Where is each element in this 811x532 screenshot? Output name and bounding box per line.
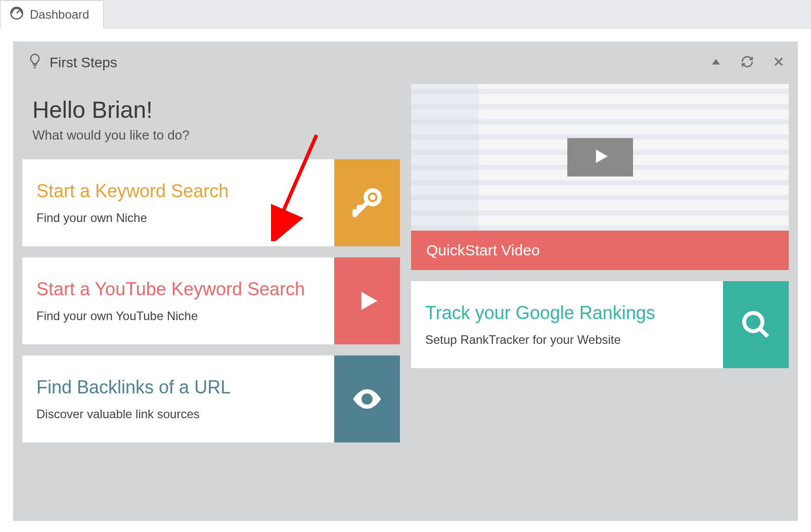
key-icon <box>334 159 400 246</box>
card-rank-tracker[interactable]: Track your Google Rankings Setup RankTra… <box>411 281 789 368</box>
card-sub: Find your own Niche <box>36 211 320 225</box>
svg-point-3 <box>365 396 370 402</box>
lightbulb-icon <box>28 53 41 73</box>
close-icon <box>773 56 785 70</box>
card-sub: Discover valuable link sources <box>36 407 320 421</box>
refresh-button[interactable] <box>733 51 761 75</box>
panel-title-text: First Steps <box>50 55 117 71</box>
video-thumbnail <box>411 84 789 231</box>
card-title: Find Backlinks of a URL <box>36 377 320 398</box>
card-text: Track your Google Rankings Setup RankTra… <box>411 281 723 368</box>
card-title: Start a YouTube Keyword Search <box>36 279 320 300</box>
first-steps-panel: First Steps <box>13 41 798 521</box>
greeting-headline: Hello Brian! <box>32 96 390 123</box>
svg-point-4 <box>744 313 762 331</box>
play-icon <box>334 257 400 344</box>
left-column: Hello Brian! What would you like to do? … <box>22 84 400 510</box>
greeting: Hello Brian! What would you like to do? <box>22 84 400 148</box>
video-label: QuickStart Video <box>411 231 789 270</box>
svg-point-2 <box>370 195 376 200</box>
right-column: QuickStart Video Track your Google Ranki… <box>411 84 789 510</box>
card-youtube-search[interactable]: Start a YouTube Keyword Search Find your… <box>22 257 400 344</box>
card-text: Start a Keyword Search Find your own Nic… <box>22 159 334 246</box>
card-title: Start a Keyword Search <box>36 181 320 202</box>
tab-dashboard[interactable]: Dashboard <box>0 1 104 28</box>
card-backlinks[interactable]: Find Backlinks of a URL Discover valuabl… <box>22 356 400 442</box>
tab-label: Dashboard <box>30 8 89 22</box>
greeting-sub: What would you like to do? <box>32 127 390 143</box>
panel-header: First Steps <box>13 41 798 84</box>
card-keyword-search[interactable]: Start a Keyword Search Find your own Nic… <box>22 159 400 246</box>
card-text: Find Backlinks of a URL Discover valuabl… <box>22 356 334 442</box>
card-sub: Find your own YouTube Niche <box>36 309 320 323</box>
video-play-overlay <box>567 138 633 176</box>
collapse-button[interactable] <box>702 51 730 75</box>
close-button[interactable] <box>764 51 793 75</box>
gauge-icon <box>10 6 24 23</box>
play-icon <box>590 146 610 168</box>
card-text: Start a YouTube Keyword Search Find your… <box>22 257 334 344</box>
card-sub: Setup RankTracker for your Website <box>425 333 709 347</box>
panel-body: Hello Brian! What would you like to do? … <box>13 84 798 521</box>
panel-actions <box>702 51 793 75</box>
tab-bar: Dashboard <box>0 0 811 28</box>
card-title: Track your Google Rankings <box>425 302 709 324</box>
refresh-icon <box>741 55 754 70</box>
triangle-up-icon <box>710 56 722 69</box>
eye-icon <box>334 356 400 442</box>
workspace: First Steps <box>0 28 811 532</box>
quickstart-video[interactable]: QuickStart Video <box>411 84 789 270</box>
panel-title: First Steps <box>28 53 117 73</box>
search-icon <box>723 281 789 368</box>
